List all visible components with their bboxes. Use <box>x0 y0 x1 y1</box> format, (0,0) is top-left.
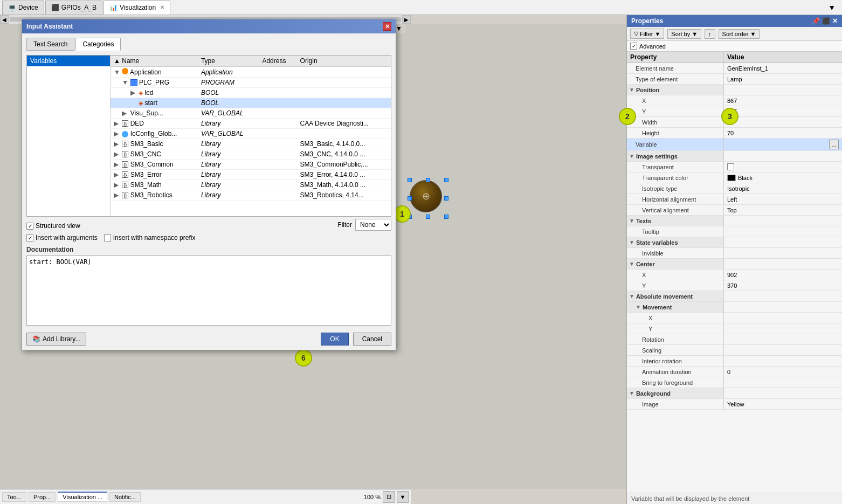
table-row[interactable]: ▶ {} SM3_Math Library SM3_Math, 4.14.0.0… <box>111 180 391 190</box>
selection-handle-bc[interactable] <box>426 215 430 219</box>
table-row[interactable]: ◈ start BOOL <box>111 98 391 108</box>
table-row[interactable]: ▶ {} SM3_Error Library SM3_Error, 4.14.0… <box>111 170 391 180</box>
modal-close-btn[interactable]: ✕ <box>383 22 391 31</box>
add-library-btn[interactable]: 📚 Add Library... <box>26 333 86 346</box>
prop-val-vert-align[interactable]: Top <box>724 205 842 215</box>
bottom-tab-vis[interactable]: Visualization ... <box>58 492 107 502</box>
prop-type[interactable]: Type of element Lamp <box>627 74 842 85</box>
prop-val-transparent[interactable] <box>724 162 842 172</box>
prop-move-y[interactable]: Y <box>627 323 842 334</box>
prop-val-element-name[interactable]: GenElemInst_1 <box>724 63 842 73</box>
prop-val-anim[interactable]: 0 <box>724 367 842 377</box>
expand-image-icon[interactable]: ▼ <box>629 153 634 159</box>
sort-order-btn[interactable]: Sort order ▼ <box>719 29 760 39</box>
structured-view-checkbox[interactable]: ✓ <box>26 223 33 230</box>
expand-ded-icon[interactable]: ▶ <box>114 120 120 127</box>
selection-handle-tr[interactable] <box>444 178 448 182</box>
table-row[interactable]: ▶ {} SM3_Basic Library SM3_Basic, 4.14.0… <box>111 139 391 149</box>
prop-val-horiz-align[interactable]: Left <box>724 194 842 204</box>
expand-iocfg-icon[interactable]: ▶ <box>114 130 120 137</box>
col-type[interactable]: Type <box>198 56 259 67</box>
expand-sm3rob-icon[interactable]: ▶ <box>114 191 120 199</box>
scroll-left-btn[interactable]: ◀ <box>0 15 9 24</box>
transparent-checkbox[interactable] <box>727 163 734 170</box>
tab-gpios[interactable]: ⬛ GPIOs_A_B <box>45 1 102 15</box>
sort-by-btn[interactable]: Sort by ▼ <box>667 29 701 39</box>
expand-app-icon[interactable]: ▼ <box>114 68 120 76</box>
selection-handle-br[interactable] <box>444 215 448 219</box>
prop-val-width[interactable]: 70 <box>724 117 842 127</box>
expand-sm3err-icon[interactable]: ▶ <box>114 171 120 178</box>
expand-visu-icon[interactable]: ▶ <box>122 109 128 117</box>
prop-invisible[interactable]: Invisible <box>627 248 842 259</box>
insert-with-args-checkbox[interactable]: ✓ <box>26 234 33 241</box>
panel-float-icon[interactable]: ⬛ <box>822 17 830 25</box>
lamp-element[interactable]: ⊕ <box>410 180 447 218</box>
expand-sm3cnc-icon[interactable]: ▶ <box>114 150 120 158</box>
tab-categories[interactable]: Categories <box>75 38 121 51</box>
prop-val-int-rot[interactable] <box>724 356 842 366</box>
col-address[interactable]: Address <box>259 56 296 67</box>
prop-val-variable[interactable]: … <box>724 139 842 150</box>
prop-transparent-color[interactable]: Transparent color Black <box>627 172 842 183</box>
prop-image[interactable]: Image Yellow <box>627 399 842 410</box>
tab-text-search[interactable]: Text Search <box>26 38 74 51</box>
prop-variable[interactable]: Variable … <box>627 139 842 151</box>
col-name[interactable]: ▲ Name <box>111 56 198 67</box>
prop-val-scaling[interactable] <box>724 345 842 355</box>
expand-sm3basic-icon[interactable]: ▶ <box>114 140 120 148</box>
prop-val-rotation[interactable] <box>724 334 842 344</box>
prop-center-x[interactable]: X 902 <box>627 270 842 280</box>
prop-val-invisible[interactable] <box>724 248 842 258</box>
cat-variables[interactable]: Variables <box>27 56 110 66</box>
tab-close-icon[interactable]: ✕ <box>160 4 164 10</box>
tab-visualization[interactable]: 📊 Visualization ✕ <box>103 1 170 15</box>
expand-position-icon[interactable]: ▼ <box>629 87 634 93</box>
table-row[interactable]: ▶ {} SM3_Common Library SM3_CommonPublic… <box>111 160 391 170</box>
prop-element-name[interactable]: Element name GenElemInst_1 <box>627 63 842 74</box>
prop-val-bring-fg[interactable] <box>724 377 842 388</box>
prop-vert-align[interactable]: Vertical alignment Top <box>627 205 842 216</box>
selection-handle-mr[interactable] <box>444 196 448 201</box>
expand-bg-icon[interactable]: ▼ <box>629 390 634 396</box>
tab-menu-icon[interactable]: ▼ <box>828 3 836 12</box>
expand-abs-move-icon[interactable]: ▼ <box>629 293 634 299</box>
prop-val-center-y[interactable]: 370 <box>724 280 842 291</box>
prop-bring-fg[interactable]: Bring to foreground <box>627 377 842 388</box>
table-row[interactable]: ▶ {} SM3_CNC Library SM3_CNC, 4.14.0.0 .… <box>111 149 391 160</box>
prop-scaling[interactable]: Scaling <box>627 345 842 356</box>
ok-btn[interactable]: OK <box>321 333 348 346</box>
prop-horiz-align[interactable]: Horizontal alignment Left <box>627 194 842 205</box>
sort-asc-btn[interactable]: ↑ <box>705 29 715 39</box>
selection-handle-tc[interactable] <box>426 178 430 182</box>
prop-transparent[interactable]: Transparent <box>627 162 842 172</box>
prop-isotropic[interactable]: Isotropic type Isotropic <box>627 183 842 194</box>
expand-led-icon[interactable]: ▶ <box>130 89 137 96</box>
prop-height[interactable]: Height 70 <box>627 128 842 139</box>
table-row[interactable]: ▶ IoConfig_Glob... VAR_GLOBAL <box>111 129 391 139</box>
table-row[interactable]: ▶ Visu_Sup... VAR_GLOBAL <box>111 108 391 119</box>
col-origin[interactable]: Origin <box>297 56 391 67</box>
prop-val-height[interactable]: 70 <box>724 128 842 138</box>
prop-interior-rotation[interactable]: Interior rotation <box>627 356 842 367</box>
table-row[interactable]: ▼ PLC_PRG PROGRAM <box>111 78 391 88</box>
zoom-fit-btn[interactable]: ⊡ <box>383 491 395 503</box>
bottom-tab-prop[interactable]: Prop... <box>29 492 56 502</box>
panel-close-icon[interactable]: ✕ <box>832 17 838 25</box>
expand-movement-icon[interactable]: ▼ <box>636 304 641 310</box>
prop-val-trans-color[interactable]: Black <box>724 172 842 183</box>
prop-val-y1[interactable]: 335 <box>724 106 842 116</box>
expand-sm3math-icon[interactable]: ▶ <box>114 181 120 189</box>
prop-x[interactable]: X 867 <box>627 95 842 106</box>
prop-anim-duration[interactable]: Animation duration 0 <box>627 367 842 377</box>
table-row[interactable]: ▶ {} SM3_Robotics Library SM3_Robotics, … <box>111 190 391 201</box>
expand-center-icon[interactable]: ▼ <box>629 261 634 267</box>
prop-val-type[interactable]: Lamp <box>724 74 842 84</box>
expand-sm3common-icon[interactable]: ▶ <box>114 161 120 168</box>
bottom-tab-too[interactable]: Too... <box>2 492 26 502</box>
selection-handle-tl[interactable] <box>408 178 412 182</box>
advanced-checkbox[interactable]: ✓ <box>630 43 637 50</box>
prop-rotation[interactable]: Rotation <box>627 334 842 345</box>
cancel-btn[interactable]: Cancel <box>353 333 391 346</box>
prop-val-move-y[interactable] <box>724 323 842 334</box>
